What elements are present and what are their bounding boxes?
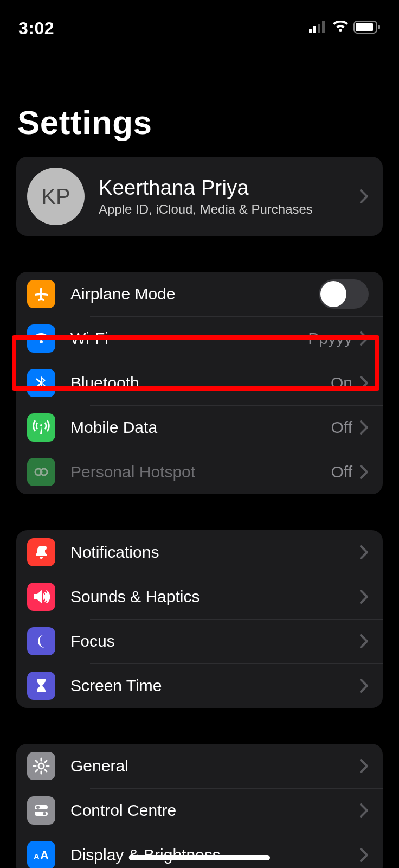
page-title: Settings [0,43,399,157]
bluetooth-value: On [331,374,352,392]
chevron-right-icon [360,848,369,862]
mobile-data-value: Off [331,418,352,437]
chevron-right-icon [360,679,369,693]
hotspot-label: Personal Hotspot [70,463,331,481]
bluetooth-label: Bluetooth [70,374,331,392]
antenna-icon [27,413,55,442]
mobile-data-label: Mobile Data [70,418,331,437]
svg-text:A: A [34,852,40,861]
chevron-right-icon [360,465,369,479]
notifications-label: Notifications [70,543,352,561]
moon-icon [27,627,55,655]
gear-icon [27,752,55,780]
screen-time-row[interactable]: Screen Time [16,663,383,708]
home-indicator[interactable] [129,855,270,860]
wifi-label: Wi-Fi [70,329,308,348]
mobile-data-row[interactable]: Mobile Data Off [16,405,383,450]
profile-subtitle: Apple ID, iCloud, Media & Purchases [99,202,352,217]
svg-text:A: A [40,848,49,861]
text-size-icon: AA [27,841,55,868]
svg-rect-2 [318,24,320,33]
airplane-icon [27,280,55,308]
profile-name: Keerthana Priya [99,176,352,200]
svg-rect-3 [322,21,325,33]
chevron-right-icon [360,420,369,435]
notifications-row[interactable]: Notifications [16,530,383,575]
airplane-mode-row[interactable]: Airplane Mode [16,272,383,316]
hourglass-icon [27,672,55,700]
status-indicators [309,21,381,36]
focus-row[interactable]: Focus [16,619,383,663]
wifi-row[interactable]: Wi-Fi Ppyyy [16,316,383,361]
personal-hotspot-row[interactable]: Personal Hotspot Off [16,450,383,494]
chevron-right-icon [360,545,369,559]
svg-rect-5 [356,23,373,31]
chevron-right-icon [360,331,369,346]
chevron-right-icon [360,189,369,203]
wifi-value: Ppyyy [308,329,352,348]
hotspot-value: Off [331,463,352,481]
chevron-right-icon [360,634,369,648]
svg-point-7 [42,546,47,550]
svg-point-10 [36,806,40,809]
toggles-icon [27,796,55,825]
chevron-right-icon [360,590,369,604]
sounds-label: Sounds & Haptics [70,588,352,606]
focus-label: Focus [70,632,352,650]
screen-time-label: Screen Time [70,676,352,695]
svg-point-8 [38,763,44,769]
airplane-toggle[interactable] [319,279,369,309]
general-row[interactable]: General [16,744,383,788]
wifi-settings-icon [27,324,55,353]
status-bar: 3:02 [0,0,399,43]
connectivity-group: Airplane Mode Wi-Fi Ppyyy Bluetooth On M… [16,272,383,494]
control-centre-label: Control Centre [70,801,352,820]
control-centre-row[interactable]: Control Centre [16,788,383,833]
profile-group: KP Keerthana Priya Apple ID, iCloud, Med… [16,157,383,236]
attention-group: Notifications Sounds & Haptics Focus Scr… [16,530,383,708]
svg-rect-1 [313,26,316,33]
svg-rect-0 [309,29,312,33]
chevron-right-icon [360,376,369,390]
apple-id-row[interactable]: KP Keerthana Priya Apple ID, iCloud, Med… [16,157,383,236]
airplane-label: Airplane Mode [70,285,319,303]
speaker-icon [27,583,55,611]
status-time: 3:02 [18,18,54,39]
sounds-row[interactable]: Sounds & Haptics [16,575,383,619]
bluetooth-icon [27,369,55,397]
display-brightness-row[interactable]: AA Display & Brightness [16,833,383,868]
hotspot-icon [27,458,55,486]
svg-point-12 [43,812,46,815]
svg-rect-6 [378,25,380,29]
chevron-right-icon [360,759,369,773]
battery-icon [353,21,381,36]
wifi-icon [332,21,349,35]
chevron-right-icon [360,803,369,818]
bluetooth-row[interactable]: Bluetooth On [16,361,383,405]
general-label: General [70,757,352,775]
avatar: KP [27,168,85,225]
notifications-icon [27,538,55,566]
cellular-icon [309,21,327,35]
system-group: General Control Centre AA Display & Brig… [16,744,383,868]
